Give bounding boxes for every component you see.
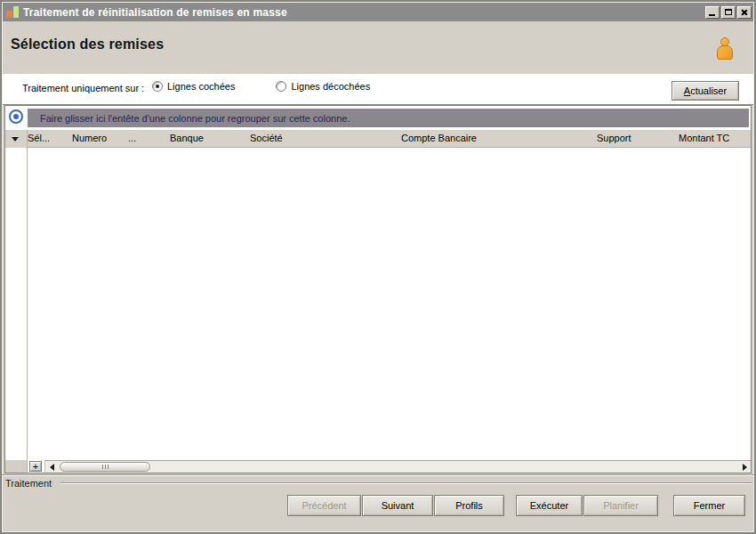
next-button[interactable]: Suivant [362, 495, 433, 516]
page-title: Sélection des remises [11, 36, 164, 53]
column-header-sel[interactable]: Sél... [28, 133, 50, 143]
group-by-drop-zone[interactable]: Faire glisser ici l'entête d'une colonne… [28, 109, 749, 127]
titlebar[interactable]: Traitement de réinitialisation de remise… [3, 3, 753, 21]
option-band: Traitement uniquement sur : Lignes coché… [3, 74, 753, 105]
treatment-scope-label: Traitement uniquement sur : [22, 83, 144, 93]
minimize-button[interactable] [705, 6, 720, 19]
previous-button: Précédent [287, 495, 361, 516]
app-icon [6, 5, 20, 19]
column-header-societe[interactable]: Société [250, 133, 283, 143]
scroll-gutter [5, 460, 27, 473]
profiles-button[interactable]: Profils [434, 495, 504, 516]
remittance-grid: Faire glisser ici l'entête d'une colonne… [4, 105, 752, 473]
grid-scroll-row: + [5, 460, 751, 473]
grid-body-empty[interactable] [28, 149, 751, 459]
schedule-button: Planifier [583, 495, 658, 516]
close-dialog-button[interactable]: Fermer [673, 495, 745, 516]
group-by-hint: Faire glisser ici l'entête d'une colonne… [40, 113, 350, 124]
close-icon [741, 10, 748, 15]
scrollbar-thumb[interactable] [60, 462, 150, 472]
column-header-support[interactable]: Support [597, 133, 631, 143]
grid-header-row: Sél... Numero ... Banque Société Compte … [28, 130, 751, 148]
radio-checked-icon[interactable] [152, 81, 163, 92]
maximize-button[interactable] [721, 6, 736, 19]
radio-lignes-cochees[interactable]: Lignes cochées [152, 81, 235, 92]
column-header-ellipsis[interactable]: ... [128, 133, 136, 143]
treatment-group-line [60, 482, 752, 484]
maximize-icon [725, 9, 732, 15]
scroll-right-button[interactable] [738, 461, 751, 473]
treatment-scope-radios: Lignes cochées Lignes décochées [152, 81, 370, 92]
minimize-icon [709, 14, 715, 16]
radio-lignes-cochees-label: Lignes cochées [167, 81, 235, 92]
treatment-group-label: Traitement [5, 478, 52, 489]
window-title: Traitement de réinitialisation de remise… [23, 6, 705, 19]
column-selector-arrow-icon[interactable] [12, 137, 19, 142]
record-indicator-icon [9, 109, 23, 124]
radio-lignes-decochees-label: Lignes décochées [291, 81, 370, 92]
column-header-banque[interactable]: Banque [170, 133, 204, 143]
refresh-button-label: Actualiser [684, 85, 727, 96]
scroll-left-button[interactable] [45, 461, 58, 473]
execute-button[interactable]: Exécuter [516, 495, 583, 516]
refresh-button[interactable]: Actualiser [672, 81, 739, 101]
person-icon [717, 37, 733, 61]
footer-separator [2, 474, 754, 476]
scroll-right-icon [743, 464, 747, 471]
add-row-button[interactable]: + [29, 461, 42, 472]
scroll-left-icon [50, 464, 54, 471]
close-button[interactable] [737, 6, 752, 19]
radio-lignes-decochees[interactable]: Lignes décochées [276, 81, 370, 92]
column-header-numero[interactable]: Numero [72, 133, 107, 143]
column-header-montant-tc[interactable]: Montant TC [679, 133, 729, 143]
horizontal-scrollbar[interactable] [44, 460, 751, 473]
radio-unchecked-icon[interactable] [276, 81, 286, 92]
dialog-window: Traitement de réinitialisation de remise… [0, 0, 756, 534]
column-header-compte-bancaire[interactable]: Compte Bancaire [401, 133, 477, 143]
